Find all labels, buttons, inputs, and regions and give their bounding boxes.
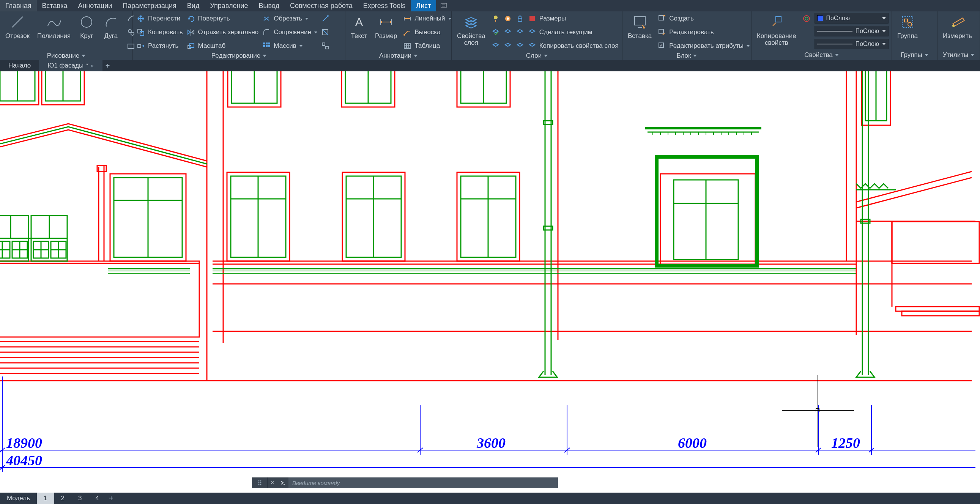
svg-point-39 bbox=[908, 22, 912, 26]
prop-linetype[interactable]: ПоСлою bbox=[815, 39, 889, 49]
prop-color[interactable]: ПоСлою bbox=[815, 13, 889, 24]
cmdbar-close-icon[interactable]: × bbox=[267, 477, 277, 488]
svg-rect-73 bbox=[660, 174, 755, 265]
svg-point-22 bbox=[404, 34, 405, 36]
svg-rect-75 bbox=[892, 222, 979, 263]
tool-layer-props[interactable]: Свойства слоя bbox=[455, 13, 488, 47]
close-icon[interactable]: × bbox=[91, 63, 94, 69]
panel-utils-title[interactable]: Утилиты bbox=[937, 50, 980, 60]
tool-move[interactable]: Перенести bbox=[136, 13, 183, 24]
panel-layers-title[interactable]: Слои bbox=[452, 52, 622, 60]
menu-tab-collab[interactable]: Совместная работа bbox=[285, 0, 358, 11]
tool-copy-layer-props[interactable]: Копировать свойства слоя bbox=[491, 40, 619, 52]
svg-point-167 bbox=[260, 484, 261, 485]
tool-polyline[interactable]: Полилиния bbox=[35, 13, 73, 40]
layout-tab-3[interactable]: 3 bbox=[72, 493, 88, 504]
panel-properties-title[interactable]: Свойства bbox=[751, 50, 892, 60]
layout-tab-1[interactable]: 1 bbox=[37, 493, 54, 504]
doctab-start[interactable]: Начало bbox=[0, 60, 39, 72]
tool-circle[interactable]: Круг bbox=[76, 13, 97, 40]
svg-rect-13 bbox=[268, 43, 270, 45]
panel-annotation-title[interactable]: Аннотации bbox=[345, 52, 451, 60]
svg-point-17 bbox=[327, 15, 329, 17]
menu-tab-express[interactable]: Express Tools bbox=[358, 0, 411, 11]
tool-table[interactable]: Таблица bbox=[402, 40, 451, 52]
tool-scale[interactable]: Масштаб bbox=[186, 40, 259, 52]
svg-point-3 bbox=[128, 30, 131, 33]
panel-draw-title[interactable]: Рисование bbox=[0, 52, 132, 60]
tool-copy[interactable]: Копировать bbox=[136, 27, 183, 38]
tool-stretch[interactable]: Растянуть bbox=[136, 40, 183, 52]
tool-fillet[interactable]: Сопряжение bbox=[261, 27, 317, 38]
tool-measure[interactable]: Измерить bbox=[940, 13, 974, 40]
svg-line-1 bbox=[12, 17, 23, 27]
dim-18900: 18900 bbox=[6, 435, 42, 451]
tool-mod-misc2[interactable] bbox=[320, 27, 330, 38]
tool-insert-block[interactable]: Вставка bbox=[625, 13, 654, 40]
tool-mod-misc1[interactable] bbox=[320, 13, 330, 24]
layout-tab-2[interactable]: 2 bbox=[54, 493, 72, 504]
svg-point-165 bbox=[260, 482, 261, 483]
menu-tab-insert[interactable]: Вставка bbox=[37, 0, 73, 11]
panel-groups-title[interactable]: Группы bbox=[892, 50, 937, 60]
tool-mirror[interactable]: Отразить зеркально bbox=[186, 27, 259, 38]
command-bar: × Введите команду bbox=[252, 477, 558, 488]
svg-rect-20 bbox=[326, 46, 328, 49]
tool-text[interactable]: A Текст bbox=[348, 13, 370, 40]
prop-lineweight[interactable]: ПоСлою bbox=[815, 26, 889, 37]
dim-3600: 3600 bbox=[476, 435, 506, 451]
tool-rotate[interactable]: Повернуть bbox=[186, 13, 259, 24]
tool-block-edit-attr[interactable]: AРедактировать атрибуты bbox=[657, 40, 749, 52]
tool-linear[interactable]: Линейный bbox=[402, 13, 451, 24]
svg-point-26 bbox=[507, 17, 509, 20]
prop-iconrow[interactable] bbox=[802, 13, 811, 24]
tool-line[interactable]: Отрезок bbox=[3, 13, 32, 40]
command-input[interactable]: Введите команду bbox=[288, 477, 558, 488]
tool-arc[interactable]: Дуга bbox=[100, 13, 121, 40]
svg-rect-30 bbox=[659, 16, 663, 20]
cmdbar-prompt-icon[interactable] bbox=[277, 477, 288, 488]
svg-point-24 bbox=[494, 16, 498, 19]
tool-block-create[interactable]: Создать bbox=[657, 13, 749, 24]
svg-rect-40 bbox=[953, 18, 964, 26]
tool-dimension[interactable]: Размер bbox=[373, 13, 399, 40]
svg-rect-31 bbox=[659, 29, 663, 34]
menu-tab-home[interactable]: Главная bbox=[0, 0, 37, 11]
tool-leader[interactable]: Выноска bbox=[402, 27, 451, 38]
layout-tab-model[interactable]: Модель bbox=[0, 493, 37, 504]
svg-point-2 bbox=[81, 17, 92, 27]
cmdbar-grip-icon[interactable] bbox=[252, 477, 267, 488]
svg-rect-12 bbox=[266, 43, 267, 45]
menu-bar: Главная Вставка Аннотации Параметризация… bbox=[0, 0, 980, 11]
tool-make-current[interactable]: Сделать текущим bbox=[491, 27, 619, 38]
doctab-add[interactable]: + bbox=[102, 60, 113, 72]
panel-properties: Копирование свойств ПоСлою ПоСлою ПоСлою… bbox=[751, 11, 892, 60]
svg-point-162 bbox=[258, 480, 259, 482]
svg-rect-48 bbox=[0, 261, 199, 337]
menu-tab-output[interactable]: Вывод bbox=[253, 0, 285, 11]
panel-block-title[interactable]: Блок bbox=[622, 52, 751, 60]
tool-matchprops[interactable]: Копирование свойств bbox=[754, 13, 799, 47]
svg-rect-29 bbox=[635, 17, 645, 25]
menu-overflow-icon[interactable] bbox=[436, 0, 451, 11]
menu-tab-annot[interactable]: Аннотации bbox=[73, 0, 117, 11]
tool-block-edit[interactable]: Редактировать bbox=[657, 27, 749, 38]
layout-tab-4[interactable]: 4 bbox=[88, 493, 105, 504]
panel-modify-title[interactable]: Редактирование bbox=[133, 52, 345, 60]
drawing-viewport[interactable]: 18900 40450 3600 6000 1250 bbox=[0, 72, 980, 477]
menu-tab-view[interactable]: Вид bbox=[182, 0, 205, 11]
svg-rect-60 bbox=[0, 72, 39, 105]
menu-tab-param[interactable]: Параметризация bbox=[117, 0, 181, 11]
layer-iconrow1[interactable]: Размеры bbox=[491, 13, 619, 24]
tool-trim[interactable]: Обрезать bbox=[261, 13, 317, 24]
tool-mod-misc3[interactable] bbox=[320, 40, 330, 52]
svg-rect-104 bbox=[657, 157, 757, 266]
tool-group[interactable]: Группа bbox=[895, 13, 920, 40]
tool-array[interactable]: Массив bbox=[261, 40, 317, 52]
menu-tab-list[interactable]: Лист bbox=[410, 0, 436, 11]
layout-tabs: Модель 1 2 3 4 + bbox=[0, 493, 980, 504]
menu-tab-manage[interactable]: Управление bbox=[205, 0, 253, 11]
dim-6000: 6000 bbox=[678, 435, 707, 451]
layout-tab-add[interactable]: + bbox=[106, 493, 116, 504]
doctab-current[interactable]: Ю1 фасады*× bbox=[39, 60, 102, 72]
